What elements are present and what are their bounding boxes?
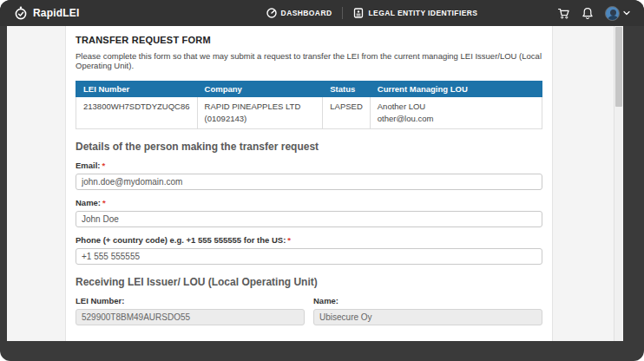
email-label: Email:* [76,161,542,170]
id-card-icon [353,8,364,18]
brand-logo[interactable]: RapidLEI [14,6,80,20]
phone-label-text: Phone (+ country code) e.g. +1 555 55555… [76,235,286,245]
email-field[interactable] [76,174,542,190]
lei-table: LEI Number Company Status Current Managi… [76,81,542,129]
receiving-lei-field [76,309,305,325]
navbar-actions [557,6,630,21]
col-header-company: Company [197,82,323,97]
terms-checkbox-row: I accept the Terms and Conditions [76,340,542,341]
email-label-text: Email: [76,161,101,170]
receiving-name-field [313,309,542,325]
col-header-current-managing-lou: Current Managing LOU [370,82,542,97]
nav-lei-label: LEGAL ENTITY IDENTIFIERS [368,9,477,17]
cell-current-managing-lou: Another LOU other@lou.com [370,97,542,129]
avatar [605,6,620,21]
phone-label: Phone (+ country code) e.g. +1 555 55555… [76,235,542,245]
brand-name: RapidLEI [33,7,80,19]
cart-icon[interactable] [557,7,570,20]
form-intro-text: Please complete this form so that we may… [76,51,542,70]
lou-email: other@lou.com [378,113,535,125]
name-label: Name:* [76,198,542,207]
account-menu[interactable] [605,6,630,21]
nav-dashboard-label: DASHBOARD [281,9,332,17]
page-title: TRANSFER REQUEST FORM [76,35,542,45]
nav-divider [342,7,343,19]
bell-icon[interactable] [582,7,594,20]
required-marker: * [102,161,106,170]
terms-checkbox-label: I accept the Terms and Conditions [90,340,214,341]
stopwatch-icon [14,6,28,20]
required-marker: * [287,235,291,245]
required-marker: * [102,198,106,207]
name-label-text: Name: [76,198,101,207]
nav-dashboard[interactable]: DASHBOARD [266,8,332,18]
lei-table-header-row: LEI Number Company Status Current Managi… [76,82,542,97]
name-field[interactable] [76,211,542,227]
table-row: 213800WH7SDTDYZUQC86 RAPID PINEAPPLES LT… [76,97,542,129]
phone-field[interactable] [76,248,542,265]
cell-status: LAPSED [323,97,371,129]
cell-company: RAPID PINEAPPLES LTD (01092143) [197,97,323,129]
top-navbar: RapidLEI DASHBOARD [0,0,644,26]
scrollbar-thumb[interactable] [615,27,622,107]
col-header-status: Status [323,82,371,97]
col-header-lei-number: LEI Number [76,82,198,97]
transfer-request-panel: TRANSFER REQUEST FORM Please complete th… [65,26,553,341]
app-window: RapidLEI DASHBOARD [0,0,644,361]
person-section-heading: Details of the person making the transfe… [76,141,542,153]
receiving-lei-label: LEI Number: [76,296,305,305]
chevron-down-icon [623,10,630,16]
receiving-section-heading: Receiving LEI Issuer/ LOU (Local Operati… [76,276,542,288]
vertical-scrollbar[interactable] [614,26,622,341]
main-nav: DASHBOARD LEGAL ENTITY IDENTIFIERS [266,7,478,19]
dashboard-gauge-icon [266,8,277,18]
cell-lei-number: 213800WH7SDTDYZUQC86 [76,97,198,129]
content-area: TRANSFER REQUEST FORM Please complete th… [7,26,623,341]
lou-name: Another LOU [378,101,535,113]
nav-legal-entity-identifiers[interactable]: LEGAL ENTITY IDENTIFIERS [353,8,477,18]
receiving-name-label: Name: [313,296,542,305]
